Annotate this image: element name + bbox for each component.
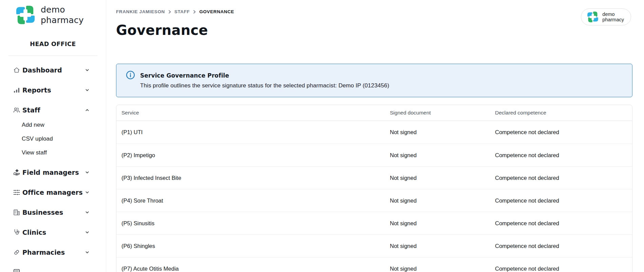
chevron-down-icon — [84, 249, 90, 255]
list-icon — [13, 269, 20, 272]
info-box-description: This profile outlines the service signat… — [140, 82, 389, 89]
competence-cell: Competence not declared — [495, 220, 632, 227]
sidebar-item-reports[interactable]: Reports — [0, 80, 106, 100]
signed-cell: Not signed — [390, 129, 495, 135]
competence-cell: Competence not declared — [495, 175, 632, 181]
service-cell: (P6) Shingles — [121, 243, 390, 249]
service-cell: (P2) Impetigo — [121, 152, 390, 159]
column-header-signed-document: Signed document — [390, 110, 495, 116]
sidebar-item-staff[interactable]: Staff — [0, 100, 106, 120]
sidebar-item-partial[interactable] — [0, 262, 106, 272]
chevron-right-icon — [193, 10, 196, 14]
staff-submenu: Add new CSV upload View staff — [0, 118, 106, 160]
table-row: (P5) Sinusitis Not signed Competence not… — [116, 212, 632, 234]
sidebar: demo pharmacy HEAD OFFICE Dashboard Repo… — [0, 0, 106, 272]
sidebar-item-add-new[interactable]: Add new — [0, 118, 106, 132]
competence-cell: Competence not declared — [495, 129, 632, 135]
chevron-down-icon — [84, 67, 90, 73]
org-badge-label: demo pharmacy — [602, 12, 624, 22]
chevron-right-icon — [168, 10, 171, 14]
sidebar-item-csv-upload[interactable]: CSV upload — [0, 132, 106, 146]
signed-cell: Not signed — [390, 243, 495, 249]
sidebar-item-pharmacies[interactable]: Pharmacies — [0, 242, 106, 262]
pill-icon — [13, 249, 20, 256]
bar-chart-icon — [13, 86, 20, 94]
column-header-service: Service — [121, 110, 390, 116]
service-cell: (P3) Infected Insect Bite — [121, 175, 390, 181]
table-row: (P3) Infected Insect Bite Not signed Com… — [116, 166, 632, 189]
signed-cell: Not signed — [390, 197, 495, 204]
signed-cell: Not signed — [390, 266, 495, 272]
breadcrumb-current: GOVERNANCE — [199, 9, 234, 14]
sidebar-item-dashboard[interactable]: Dashboard — [0, 60, 106, 80]
table-row: (P6) Shingles Not signed Competence not … — [116, 234, 632, 257]
home-icon — [13, 66, 20, 74]
breadcrumb-staff[interactable]: STAFF — [174, 9, 190, 14]
signed-cell: Not signed — [390, 175, 495, 181]
sidebar-item-clinics[interactable]: Clinics — [0, 222, 106, 242]
sidebar-item-field-managers[interactable]: Field managers — [0, 162, 106, 182]
stethoscope-icon — [13, 229, 20, 236]
org-badge-button[interactable]: demo pharmacy — [581, 8, 631, 25]
service-governance-table: Service Signed document Declared compete… — [116, 105, 632, 272]
page-title: Governance — [116, 22, 208, 38]
competence-cell: Competence not declared — [495, 152, 632, 159]
sidebar-divider — [8, 56, 97, 56]
sidebar-nav: Dashboard Reports Staff Add new — [0, 60, 106, 272]
competence-cell: Competence not declared — [495, 197, 632, 204]
chevron-down-icon — [84, 209, 90, 215]
table-row: (P4) Sore Throat Not signed Competence n… — [116, 189, 632, 212]
breadcrumb: FRANKIE JAMIESON STAFF GOVERNANCE — [116, 9, 234, 14]
service-cell: (P4) Sore Throat — [121, 197, 390, 204]
logo-text: demo pharmacy — [41, 4, 84, 25]
main-content: FRANKIE JAMIESON STAFF GOVERNANCE Govern… — [106, 0, 644, 272]
column-header-declared-competence: Declared competence — [495, 110, 632, 116]
competence-cell: Competence not declared — [495, 266, 632, 272]
governance-page: demo pharmacy HEAD OFFICE Dashboard Repo… — [0, 0, 644, 272]
chevron-down-icon — [84, 229, 90, 235]
info-box: Service Governance Profile This profile … — [116, 64, 632, 97]
info-box-title: Service Governance Profile — [140, 72, 229, 79]
pharmacy-logo-icon — [15, 4, 36, 25]
hand-plus-icon — [13, 169, 20, 176]
sidebar-item-view-staff[interactable]: View staff — [0, 146, 106, 160]
chevron-down-icon — [84, 189, 90, 195]
signed-cell: Not signed — [390, 220, 495, 227]
sidebar-item-office-managers[interactable]: Office managers — [0, 182, 106, 202]
service-table-body: (P1) UTI Not signed Competence not decla… — [116, 121, 632, 272]
breadcrumb-staff-member[interactable]: FRANKIE JAMIESON — [116, 9, 165, 14]
service-cell: (P1) UTI — [121, 129, 390, 135]
info-icon — [126, 70, 135, 80]
signed-cell: Not signed — [390, 152, 495, 159]
sliders-icon — [13, 189, 20, 196]
chevron-up-icon — [84, 107, 90, 113]
table-header-row: Service Signed document Declared compete… — [116, 105, 632, 121]
service-cell: (P5) Sinusitis — [121, 220, 390, 227]
chevron-down-icon — [84, 169, 90, 175]
people-icon — [13, 106, 20, 114]
table-row: (P7) Acute Otitis Media Not signed Compe… — [116, 257, 632, 272]
pharmacy-logo-icon — [587, 11, 599, 23]
table-row: (P1) UTI Not signed Competence not decla… — [116, 121, 632, 144]
sidebar-item-businesses[interactable]: Businesses — [0, 202, 106, 222]
table-row: (P2) Impetigo Not signed Competence not … — [116, 144, 632, 166]
building-icon — [13, 209, 20, 216]
chevron-down-icon — [84, 87, 90, 93]
app-logo[interactable]: demo pharmacy — [15, 4, 84, 25]
office-label: HEAD OFFICE — [0, 41, 106, 47]
service-cell: (P7) Acute Otitis Media — [121, 266, 390, 272]
competence-cell: Competence not declared — [495, 243, 632, 249]
